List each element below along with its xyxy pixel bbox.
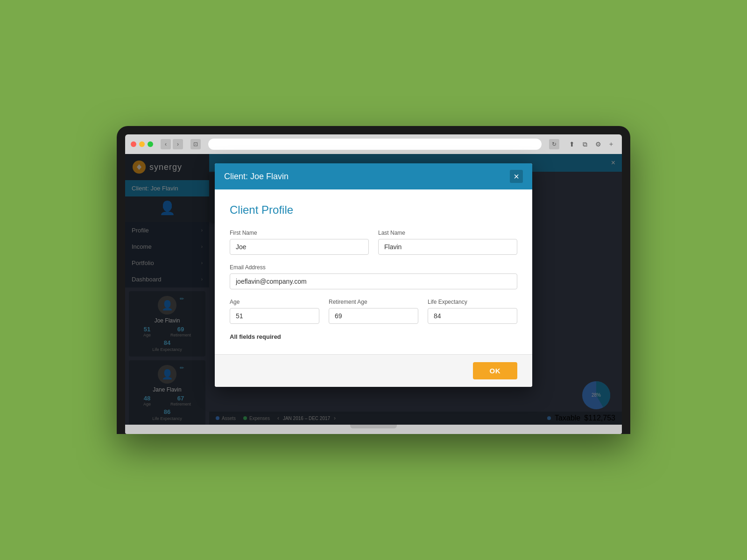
fullscreen-traffic-light[interactable]: [148, 141, 153, 147]
first-name-input[interactable]: [230, 239, 369, 255]
bookmark-button[interactable]: ⧉: [580, 139, 590, 149]
app-container: synergy Client: Joe Flavin 👤 Profile › I…: [125, 154, 622, 425]
tab-icon[interactable]: ⊡: [190, 139, 201, 149]
name-row: First Name Last Name: [230, 230, 517, 255]
browser-nav: ‹ ›: [161, 139, 183, 149]
modal-close-button[interactable]: ×: [510, 170, 523, 183]
email-group: Email Address: [230, 264, 517, 289]
modal-overlay: Client: Joe Flavin × Client Profile Firs…: [125, 154, 622, 425]
ok-button[interactable]: OK: [473, 362, 518, 379]
laptop-notch: [350, 425, 397, 428]
laptop-frame: ‹ › ⊡ ↻ ⬆ ⧉ ⚙ ＋ synergy Client: Joe Fla: [117, 126, 630, 434]
retirement-age-group: Retirement Age: [329, 299, 418, 324]
email-row: Email Address: [230, 264, 517, 289]
modal-section-title: Client Profile: [230, 203, 517, 217]
main-content: × Profile › Income › Portfolio ›: [209, 154, 622, 425]
email-label: Email Address: [230, 264, 517, 271]
add-tab-button[interactable]: ＋: [606, 139, 616, 149]
reload-button[interactable]: ↻: [549, 139, 559, 149]
life-expectancy-group: Life Expectancy: [428, 299, 517, 324]
age-input[interactable]: [230, 308, 319, 324]
modal-title: Client: Joe Flavin: [224, 172, 289, 182]
minimize-traffic-light[interactable]: [139, 141, 145, 147]
modal-header: Client: Joe Flavin ×: [215, 163, 532, 189]
share-button[interactable]: ⬆: [567, 139, 577, 149]
address-bar[interactable]: [208, 139, 542, 150]
required-note: All fields required: [230, 333, 517, 340]
first-name-label: First Name: [230, 230, 369, 236]
modal-footer: OK: [215, 354, 532, 387]
age-group: Age: [230, 299, 319, 324]
close-traffic-light[interactable]: [131, 141, 136, 147]
traffic-lights: [131, 141, 153, 147]
last-name-input[interactable]: [378, 239, 517, 255]
life-expectancy-label: Life Expectancy: [428, 299, 517, 305]
retirement-age-input[interactable]: [329, 308, 418, 324]
life-expectancy-input[interactable]: [428, 308, 517, 324]
extensions-button[interactable]: ⚙: [593, 139, 603, 149]
laptop-base: [125, 425, 622, 434]
age-label: Age: [230, 299, 319, 305]
modal-body: Client Profile First Name Last Name: [215, 189, 532, 354]
email-input[interactable]: [230, 273, 517, 289]
retirement-age-label: Retirement Age: [329, 299, 418, 305]
modal: Client: Joe Flavin × Client Profile Firs…: [215, 163, 532, 387]
age-row: Age Retirement Age Life Expectancy: [230, 299, 517, 324]
browser-chrome: ‹ › ⊡ ↻ ⬆ ⧉ ⚙ ＋: [125, 134, 622, 154]
first-name-group: First Name: [230, 230, 369, 255]
browser-actions: ⬆ ⧉ ⚙ ＋: [567, 139, 616, 149]
last-name-group: Last Name: [378, 230, 517, 255]
last-name-label: Last Name: [378, 230, 517, 236]
back-button[interactable]: ‹: [161, 139, 171, 149]
forward-button[interactable]: ›: [173, 139, 183, 149]
